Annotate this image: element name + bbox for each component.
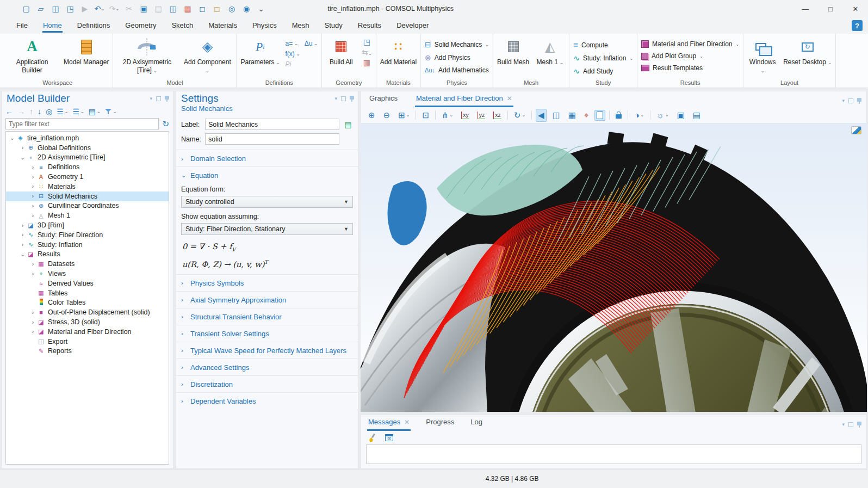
section-transient-solver-settings[interactable]: ›Transient Solver Settings: [176, 325, 358, 342]
expand-arrow-icon[interactable]: ›: [30, 261, 36, 267]
menu-geometry[interactable]: Geometry: [117, 17, 164, 34]
expand-arrow-icon[interactable]: ›: [30, 310, 36, 316]
nonlocal-couplings-button[interactable]: Δu⌄: [305, 40, 318, 47]
show-equation-select[interactable]: Study: Fiber Direction, Stationary▼: [181, 223, 353, 235]
clear-messages-icon[interactable]: [366, 432, 378, 443]
open-in-window-icon[interactable]: ✉: [383, 433, 395, 443]
expand-arrow-icon[interactable]: ›: [20, 242, 26, 248]
tree-item-tables[interactable]: ▦Tables: [6, 288, 169, 298]
menu-materials[interactable]: Materials: [201, 17, 245, 34]
messages-output[interactable]: [366, 444, 861, 464]
mesh-1-button[interactable]: ◭ Mesh 1 ⌄: [535, 35, 565, 66]
save-as-icon[interactable]: ◳: [63, 2, 77, 16]
tree-item-tire-inflation-mph[interactable]: ⌄◈tire_inflation.mph: [6, 133, 169, 143]
axisymmetric-component-button[interactable]: 2D Axisymmetric [Tire] ⌄: [117, 35, 177, 75]
equation-form-select[interactable]: Study controlled▼: [181, 196, 353, 208]
menu-developer[interactable]: Developer: [389, 17, 436, 34]
expand-arrow-icon[interactable]: ›: [30, 203, 36, 209]
comsol-logo-icon[interactable]: [4, 2, 18, 16]
paste-icon[interactable]: ▤: [151, 2, 165, 16]
functions-button[interactable]: f(x)⌄: [285, 50, 318, 58]
menu-physics[interactable]: Physics: [245, 17, 284, 34]
show-icon[interactable]: ◎: [46, 107, 52, 116]
go-forward-icon[interactable]: →: [17, 107, 25, 116]
panel-menu-icon[interactable]: ▾: [842, 422, 845, 427]
expand-arrow-icon[interactable]: ›: [20, 145, 26, 151]
tree-item-study-inflation[interactable]: ›∿Study: Inflation: [6, 240, 169, 250]
tree-item-color-tables[interactable]: Color Tables: [6, 298, 169, 308]
section-discretization[interactable]: ›Discretization: [176, 375, 358, 392]
expand-arrow-icon[interactable]: ›: [20, 232, 26, 238]
zoom-in-icon[interactable]: ⊕: [366, 109, 377, 122]
menu-results[interactable]: Results: [350, 17, 389, 34]
insert-sequence-icon[interactable]: ◳: [362, 38, 371, 46]
add-study-button[interactable]: ∿ Add Study: [573, 67, 633, 76]
panel-float-icon[interactable]: [341, 96, 346, 101]
tab-progress[interactable]: Progress: [425, 415, 455, 431]
panel-menu-icon[interactable]: ▾: [150, 96, 152, 101]
tree-item-datasets[interactable]: ›▦Datasets: [6, 259, 169, 269]
snapshot-overlay-icon[interactable]: [851, 126, 861, 134]
tree-item-2d-axisymmetric-tire[interactable]: ⌄◖2D Axisymmetric [Tire]: [6, 153, 169, 163]
panel-float-icon[interactable]: [848, 422, 853, 427]
menu-sketch[interactable]: Sketch: [164, 17, 201, 34]
remove-details-icon[interactable]: ▥: [362, 58, 371, 67]
open-file-icon[interactable]: ▱: [34, 2, 48, 16]
panel-menu-icon[interactable]: ▾: [334, 96, 337, 101]
result-templates-button[interactable]: Result Templates: [641, 64, 739, 72]
zoom-out-icon[interactable]: ⊖: [381, 109, 393, 122]
image-snapshot-icon[interactable]: ▣: [675, 109, 687, 122]
expand-arrow-icon[interactable]: ›: [30, 193, 36, 199]
menu-mesh[interactable]: Mesh: [284, 17, 317, 34]
tab-close-icon[interactable]: ✕: [404, 418, 410, 426]
help-button[interactable]: ?: [852, 20, 863, 31]
view-xz-icon[interactable]: xz: [491, 110, 504, 121]
panel-pin-icon[interactable]: [165, 96, 169, 100]
name-input[interactable]: [205, 133, 339, 145]
view-yz-icon[interactable]: yz: [475, 110, 488, 121]
model-manager-button[interactable]: Model Manager: [64, 35, 109, 66]
tree-item-geometry-1[interactable]: ›AGeometry 1: [6, 172, 169, 182]
add-physics-button[interactable]: ⊛ Add Physics: [425, 53, 489, 62]
reset-desktop-button[interactable]: ↻ Reset Desktop ⌄: [783, 35, 832, 66]
view-xy-icon[interactable]: xy: [459, 110, 472, 121]
duplicate-icon[interactable]: ◫: [166, 2, 180, 16]
expand-arrow-icon[interactable]: ⌄: [9, 135, 15, 141]
add-component-button[interactable]: ◈ Add Component ⌄: [182, 35, 232, 75]
panel-menu-icon[interactable]: ▾: [842, 98, 845, 103]
expand-arrow-icon[interactable]: ⌄: [20, 155, 26, 160]
build-all-button[interactable]: Build All: [326, 35, 356, 66]
application-builder-button[interactable]: A Application Builder: [6, 35, 58, 75]
zoom-find-icon[interactable]: ◉: [239, 2, 253, 16]
add-material-button[interactable]: ∷ Add Material: [380, 35, 417, 66]
tab-material-and-fiber-direction[interactable]: Material and Fiber Direction✕: [415, 91, 513, 107]
tab-close-icon[interactable]: ✕: [507, 95, 512, 102]
tree-item-solid-mechanics[interactable]: ›⊟Solid Mechanics: [6, 192, 169, 201]
expand-all-icon[interactable]: ☰⌄: [72, 107, 84, 116]
build-mesh-button[interactable]: Build Mesh: [497, 35, 529, 66]
panel-pin-icon[interactable]: [857, 422, 861, 425]
delete-icon[interactable]: ▦: [181, 2, 195, 16]
more-commands-icon[interactable]: ⌄: [254, 2, 268, 16]
windows-button[interactable]: Windows⌄: [747, 35, 778, 75]
expand-arrow-icon[interactable]: ›: [30, 271, 36, 277]
panel-float-icon[interactable]: [848, 98, 853, 103]
filter-funnel-icon[interactable]: ⌄: [105, 108, 117, 115]
expand-arrow-icon[interactable]: ›: [30, 319, 36, 325]
model-tree-nodes-icon[interactable]: ▤⌄: [89, 107, 101, 116]
tree-item-global-definitions[interactable]: ›⊕Global Definitions: [6, 143, 169, 153]
clear-selection-icon[interactable]: ◻: [210, 2, 224, 16]
expand-arrow-icon[interactable]: ›: [30, 329, 36, 335]
section-dependent-variables[interactable]: ›Dependent Variables: [176, 392, 358, 409]
tree-item-export[interactable]: ◫Export: [6, 337, 169, 347]
graphics-canvas[interactable]: [361, 123, 867, 412]
tab-log[interactable]: Log: [469, 415, 483, 431]
solid-mechanics-button[interactable]: ⊟ Solid Mechanics⌄: [425, 40, 489, 49]
update-geometry-icon[interactable]: ⇆⌄: [362, 48, 371, 57]
tree-item-out-of-plane-displacement-solid[interactable]: ›■Out-of-Plane Displacement (solid): [6, 307, 169, 317]
run-icon[interactable]: ▶: [78, 2, 92, 16]
close-button[interactable]: ✕: [843, 0, 868, 17]
section-equation[interactable]: ⌄ Equation: [176, 166, 358, 183]
parameters-button[interactable]: Pi Parameters ⌄: [240, 35, 280, 66]
lock-view-icon[interactable]: [613, 110, 624, 120]
